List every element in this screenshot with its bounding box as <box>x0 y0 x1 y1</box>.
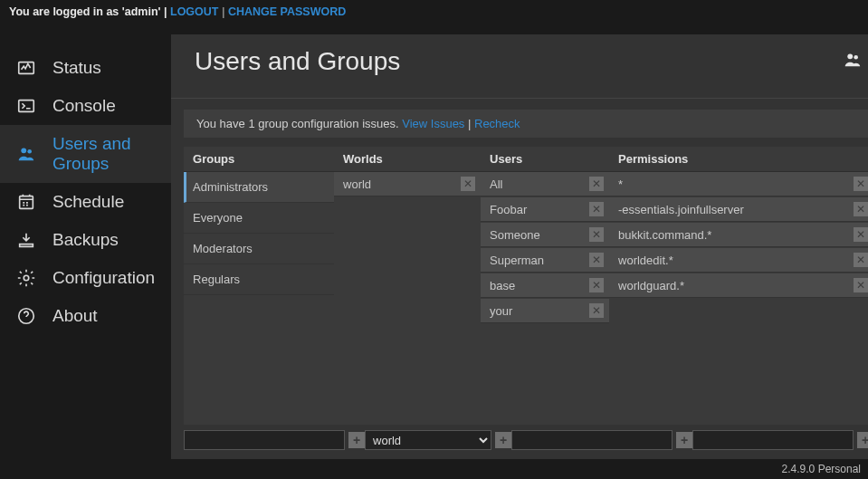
login-status-text: You are logged in as 'admin' | <box>9 5 170 18</box>
user-label: base <box>490 279 515 292</box>
delete-icon[interactable] <box>461 177 475 191</box>
schedule-icon <box>16 192 36 212</box>
permission-row[interactable]: worldedit.* <box>609 248 868 273</box>
column-header-groups: Groups <box>184 147 334 172</box>
status-icon <box>16 58 36 78</box>
user-row[interactable]: Someone <box>481 223 609 247</box>
group-row[interactable]: Everyone <box>184 203 334 234</box>
permission-row[interactable]: * <box>609 172 868 196</box>
column-header-users: Users <box>481 147 609 172</box>
user-label: Superman <box>490 254 544 267</box>
delete-icon[interactable] <box>589 177 604 191</box>
sidebar-item-backups[interactable]: Backups <box>0 221 171 259</box>
sidebar-item-label: About <box>52 306 98 326</box>
column-groups: Groups Administrators Everyone Moderator… <box>184 147 334 425</box>
gear-icon <box>16 268 36 288</box>
content-header: Users and Groups <box>171 34 868 99</box>
svg-point-5 <box>24 275 29 281</box>
add-group-button[interactable] <box>348 432 365 448</box>
svg-rect-1 <box>19 101 34 112</box>
svg-point-2 <box>21 148 26 153</box>
content-panel: Users and Groups You have 1 group config… <box>171 34 868 459</box>
svg-point-7 <box>847 53 853 59</box>
user-row[interactable]: Foobar <box>481 197 609 222</box>
column-header-worlds: Worlds <box>334 147 481 172</box>
delete-icon[interactable] <box>589 253 604 267</box>
sidebar-item-label: Users and Groups <box>52 134 155 174</box>
delete-icon[interactable] <box>854 202 868 216</box>
delete-icon[interactable] <box>854 227 868 242</box>
page-title: Users and Groups <box>195 47 400 76</box>
user-label: All <box>490 177 502 191</box>
group-row[interactable]: Administrators <box>184 172 334 203</box>
svg-point-8 <box>854 55 858 60</box>
help-icon <box>16 306 36 326</box>
topbar: You are logged in as 'admin' | LOGOUT | … <box>0 0 868 24</box>
sidebar-item-schedule[interactable]: Schedule <box>0 183 171 221</box>
add-inputs-row: world <box>184 425 868 450</box>
delete-icon[interactable] <box>589 278 604 292</box>
add-world-button[interactable] <box>495 432 511 448</box>
svg-point-3 <box>27 149 32 154</box>
sidebar-item-users-groups[interactable]: Users and Groups <box>0 125 171 183</box>
separator: | <box>222 5 228 18</box>
add-world-select[interactable]: world <box>365 430 491 450</box>
permission-row[interactable]: worldguard.* <box>609 273 868 298</box>
users-icon <box>16 144 36 164</box>
logout-link[interactable]: LOGOUT <box>170 5 218 18</box>
delete-icon[interactable] <box>854 177 868 191</box>
add-group-input[interactable] <box>184 430 345 450</box>
console-icon <box>16 96 36 116</box>
group-label: Moderators <box>193 242 253 255</box>
add-permission-input[interactable] <box>692 430 854 450</box>
add-user-input[interactable] <box>511 430 672 450</box>
sidebar: Status Console Users and Groups Schedule… <box>0 24 171 459</box>
sidebar-item-console[interactable]: Console <box>0 87 171 125</box>
delete-icon[interactable] <box>589 303 604 318</box>
delete-icon[interactable] <box>589 227 604 242</box>
add-permission-button[interactable] <box>857 432 868 448</box>
change-password-link[interactable]: CHANGE PASSWORD <box>228 5 346 18</box>
sidebar-item-label: Configuration <box>52 268 155 288</box>
user-row[interactable]: your <box>481 299 609 323</box>
group-label: Administrators <box>193 180 268 194</box>
group-row[interactable]: Regulars <box>184 264 334 295</box>
permission-label: -essentials.joinfullserver <box>618 203 744 216</box>
group-label: Regulars <box>193 273 240 286</box>
version-label: 2.4.9.0 Personal <box>782 463 861 475</box>
users-icon <box>843 50 863 73</box>
user-row[interactable]: Superman <box>481 248 609 273</box>
delete-icon[interactable] <box>589 202 604 216</box>
world-label: world <box>343 177 371 191</box>
notice-bar: You have 1 group configuration issues. V… <box>184 110 868 138</box>
user-label: Someone <box>490 228 540 242</box>
view-issues-link[interactable]: View Issues <box>402 117 464 130</box>
user-row[interactable]: All <box>481 172 609 196</box>
delete-icon[interactable] <box>854 278 868 292</box>
sidebar-item-status[interactable]: Status <box>0 49 171 87</box>
permission-label: * <box>618 177 623 191</box>
column-users: Users All Foobar Someone Superman base y… <box>481 147 609 425</box>
backups-icon <box>16 230 36 250</box>
delete-icon[interactable] <box>854 253 868 267</box>
sidebar-item-about[interactable]: About <box>0 297 171 335</box>
world-row[interactable]: world <box>334 172 481 196</box>
separator: | <box>468 117 474 130</box>
recheck-link[interactable]: Recheck <box>474 117 520 130</box>
column-header-permissions: Permissions <box>609 147 868 172</box>
user-label: your <box>490 304 512 318</box>
sidebar-item-label: Schedule <box>52 192 124 212</box>
sidebar-item-label: Backups <box>52 230 119 250</box>
permission-row[interactable]: -essentials.joinfullserver <box>609 197 868 222</box>
sidebar-item-label: Console <box>52 96 116 116</box>
group-row[interactable]: Moderators <box>184 234 334 264</box>
user-label: Foobar <box>490 203 527 216</box>
permission-row[interactable]: bukkit.command.* <box>609 223 868 247</box>
user-row[interactable]: base <box>481 273 609 298</box>
notice-text: You have 1 group configuration issues. <box>196 117 399 130</box>
data-grid: Groups Administrators Everyone Moderator… <box>184 147 868 425</box>
column-worlds: Worlds world <box>334 147 481 425</box>
add-user-button[interactable] <box>676 432 692 448</box>
permission-label: bukkit.command.* <box>618 228 711 242</box>
sidebar-item-configuration[interactable]: Configuration <box>0 259 171 297</box>
